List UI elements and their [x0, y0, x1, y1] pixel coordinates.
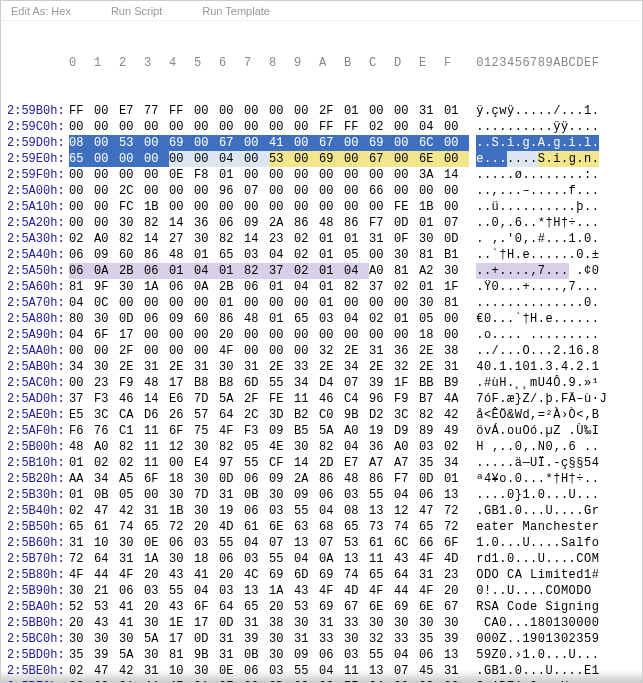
hex-row[interactable]: 2:5A70h:040C0000000001000000010000003081… — [7, 295, 642, 311]
hex-row[interactable]: 2:5B80h:4F444F204341204C696D697465643123… — [7, 567, 642, 583]
hex-row[interactable]: 2:5B50h:6561746572204D616E63686573746572… — [7, 519, 642, 535]
bytes[interactable]: 00003082143606092A864886F70D0107 — [69, 215, 469, 231]
ascii[interactable]: .GB1.0...U....E1 — [476, 663, 626, 679]
bytes[interactable]: 08005300690067004100670069006C00 — [69, 135, 469, 151]
bytes[interactable]: 010B0500307D310B3009060355040613 — [69, 487, 469, 503]
hex-row[interactable]: 2:5AE0h:E53CCAD62657642C3DB2C09BD23C8242… — [7, 407, 642, 423]
ascii[interactable]: 59Z0.›1.0...U... — [476, 647, 626, 663]
ascii[interactable]: .....ä—UÏ.-ç§§54 — [476, 455, 626, 471]
ascii[interactable]: 6 1DE1.0...U.... — [476, 679, 626, 683]
bytes[interactable]: 00000000000000000000FFFF02000400 — [69, 119, 469, 135]
hex-row[interactable]: 2:5A80h:80300D06096086480165030402010500… — [7, 311, 642, 327]
hex-row[interactable]: 2:5AF0h:F676C1116F754FF309B55AA019D98949… — [7, 423, 642, 439]
ascii[interactable]: .GB1.0...U....Gr — [476, 503, 626, 519]
hex-row[interactable]: 2:5BA0h:52534120436F6465205369676E696E67… — [7, 599, 642, 615]
ascii[interactable]: H ‚..0‚.N0‚.6 .. — [476, 439, 626, 455]
bytes[interactable]: 204341301E170D313830313330303030 — [69, 615, 469, 631]
bytes[interactable]: 060960864801650304020105003081B1 — [69, 247, 469, 263]
ascii[interactable]: ª4¥o.0...*†H†÷.. — [476, 471, 626, 487]
hex-row[interactable]: 2:5A50h:060A2B060104018237020104A081A230… — [7, 263, 642, 279]
ascii[interactable]: ..............0. — [476, 295, 626, 311]
hex-row[interactable]: 2:59B0h:FF00E777FF00000000002F0100003101… — [7, 103, 642, 119]
hex-row[interactable]: 2:5B00h:48A08211123082054E30820436A00302… — [7, 439, 642, 455]
bytes[interactable]: E53CCAD62657642C3DB2C09BD23C8242 — [69, 407, 469, 423]
ascii[interactable]: 000Z..1901302359 — [476, 631, 626, 647]
bytes[interactable]: 3620314445310F300D06035504080C06 — [69, 679, 469, 683]
hex-row[interactable]: 2:59F0h:000000000EF801000000000000003A14… — [7, 167, 642, 183]
bytes[interactable]: 30210603550403131A434F4D4F444F20 — [69, 583, 469, 599]
bytes[interactable]: 48A08211123082054E30820436A00302 — [69, 439, 469, 455]
ascii[interactable]: 1.0...U....Salfo — [476, 535, 626, 551]
edit-as-hex-menu[interactable]: Edit As: Hex — [11, 5, 71, 17]
hex-row[interactable]: 2:5BC0h:3030305A170D31393031333032333539… — [7, 631, 642, 647]
bytes[interactable]: 34302E312E3130312E332E342E322E31 — [69, 359, 469, 375]
bytes[interactable]: F676C1116F754FF309B55AA019D98949 — [69, 423, 469, 439]
bytes[interactable]: 6561746572204D616E63686573746572 — [69, 519, 469, 535]
hex-row[interactable]: 2:5A00h:00002C00000096070000000066000000… — [7, 183, 642, 199]
ascii[interactable]: å<ÊÖ&Wd,=²À›Ò<‚B — [476, 407, 626, 423]
hex-row[interactable]: 2:5AB0h:34302E312E3130312E332E342E322E31… — [7, 359, 642, 375]
run-template-menu[interactable]: Run Template — [202, 5, 270, 17]
ascii[interactable]: RSA Code Signing — [476, 599, 626, 615]
ascii[interactable]: 0!..U....COMODO — [476, 583, 626, 599]
bytes[interactable]: 819F301A060A2B06010401823702011F — [69, 279, 469, 295]
bytes[interactable]: 0102021100E49755CF142DE7A7A73534 — [69, 455, 469, 471]
hex-row[interactable]: 2:5A90h:046F1700000020000000000000001800… — [7, 327, 642, 343]
ascii[interactable]: ODO CA Limited1# — [476, 567, 626, 583]
ascii[interactable]: .....ø........:. — [476, 167, 626, 183]
hex-row[interactable]: 2:5BF0h:3620314445310F300D06035504080C06… — [7, 679, 642, 683]
ascii[interactable]: ..S.i.g.A.g.i.l. — [476, 135, 626, 151]
bytes[interactable]: 060A2B060104018237020104A081A230 — [69, 263, 469, 279]
hex-row[interactable]: 2:5BD0h:35395A30819B310B3009060355040613… — [7, 647, 642, 663]
ascii[interactable]: övÁ.ouOó.µZ .Ù‰I — [476, 423, 626, 439]
bytes[interactable]: 040C0000000001000000010000003081 — [69, 295, 469, 311]
hex-row[interactable]: 2:59E0h:65000000000004005300690067006E00… — [7, 151, 642, 167]
bytes[interactable]: 0023F94817B8B86D5534D407391FBBB9 — [69, 375, 469, 391]
ascii[interactable]: .o.... ......... — [476, 327, 626, 343]
bytes[interactable]: 80300D06096086480165030402010500 — [69, 311, 469, 327]
hex-row[interactable]: 2:5B70h:7264311A3018060355040A1311434F4D… — [7, 551, 642, 567]
ascii[interactable]: 40.1.101.3.4.2.1 — [476, 359, 626, 375]
hex-row[interactable]: 2:5BB0h:204341301E170D313830313330303030… — [7, 615, 642, 631]
bytes[interactable]: AA34A56F18300D06092A864886F70D01 — [69, 471, 469, 487]
hex-row[interactable]: 2:5B20h:AA34A56F18300D06092A864886F70D01… — [7, 471, 642, 487]
ascii[interactable]: . ‚.'0‚.#...1.0. — [476, 231, 626, 247]
ascii[interactable]: ..,...–.....f... — [476, 183, 626, 199]
bytes[interactable]: 00002F0000004F000000322E31362E38 — [69, 343, 469, 359]
bytes[interactable]: 4F444F204341204C696D697465643123 — [69, 567, 469, 583]
hex-row[interactable]: 2:5AA0h:00002F0000004F000000322E31362E38… — [7, 343, 642, 359]
ascii[interactable]: eater Manchester — [476, 519, 626, 535]
hex-row[interactable]: 2:59D0h:08005300690067004100670069006C00… — [7, 135, 642, 151]
bytes[interactable]: 3110300E0603550407130753616C666F — [69, 535, 469, 551]
bytes[interactable]: FF00E777FF00000000002F0100003101 — [69, 103, 469, 119]
ascii[interactable]: rd1.0...U....COM — [476, 551, 626, 567]
hex-row[interactable]: 2:5A60h:819F301A060A2B06010401823702011F… — [7, 279, 642, 295]
ascii[interactable]: 7óF.æ}Z/.þ.FÄ–ù·J — [476, 391, 626, 407]
ascii[interactable]: ..`†H.e......0.± — [476, 247, 626, 263]
ascii[interactable]: e.......S.i.g.n. — [476, 151, 626, 167]
hex-row[interactable]: 2:5A10h:0000FC1B000000000000000000FE1B00… — [7, 199, 642, 215]
hex-row[interactable]: 2:59C0h:00000000000000000000FFFF02000400… — [7, 119, 642, 135]
hex-row[interactable]: 2:5B10h:0102021100E49755CF142DE7A7A73534… — [7, 455, 642, 471]
ascii[interactable]: ../...O...2.16.8 — [476, 343, 626, 359]
hex-row[interactable]: 2:5A40h:060960864801650304020105003081B1… — [7, 247, 642, 263]
bytes[interactable]: 00002C00000096070000000066000000 — [69, 183, 469, 199]
hex-row[interactable]: 2:5B60h:3110300E0603550407130753616C666F… — [7, 535, 642, 551]
bytes[interactable]: 024742311B3019060355040813124772 — [69, 503, 469, 519]
bytes[interactable]: 3030305A170D31393031333032333539 — [69, 631, 469, 647]
hex-row[interactable]: 2:5BE0h:0247423110300E060355041113074531… — [7, 663, 642, 679]
hex-row[interactable]: 2:5AC0h:0023F94817B8B86D5534D407391FBBB9… — [7, 375, 642, 391]
hex-row[interactable]: 2:5B30h:010B0500307D310B3009060355040613… — [7, 487, 642, 503]
bytes[interactable]: 37F34614E67D5A2FFE1146C496F9B74A — [69, 391, 469, 407]
hex-view[interactable]: 0123456789ABCDEF 0123456789ABCDEF 2:59B0… — [1, 21, 642, 683]
ascii[interactable]: ..+....‚7... .¢0 — [476, 263, 626, 279]
ascii[interactable]: ..0‚.6..*†H†÷... — [476, 215, 626, 231]
hex-row[interactable]: 2:5AD0h:37F34614E67D5A2FFE1146C496F9B74A… — [7, 391, 642, 407]
bytes[interactable]: 0000FC1B000000000000000000FE1B00 — [69, 199, 469, 215]
hex-row[interactable]: 2:5A30h:02A082142730821423020101310F300D… — [7, 231, 642, 247]
bytes[interactable]: 0247423110300E060355041113074531 — [69, 663, 469, 679]
hex-row[interactable]: 2:5A20h:00003082143606092A864886F70D0107… — [7, 215, 642, 231]
bytes[interactable]: 52534120436F6465205369676E696E67 — [69, 599, 469, 615]
ascii[interactable]: ....0}1.0...U... — [476, 487, 626, 503]
ascii[interactable]: .#ùH.¸¸mU4Ô.9.»¹ — [476, 375, 626, 391]
